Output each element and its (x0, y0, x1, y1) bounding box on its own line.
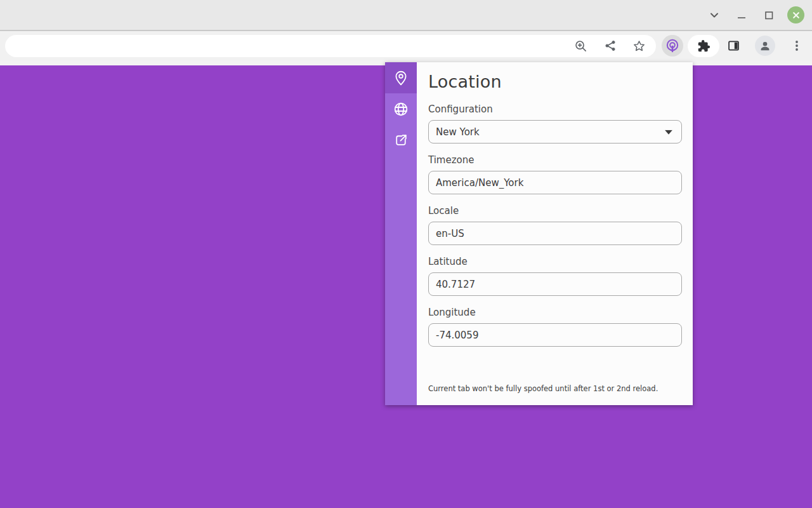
toolbar-right-group (727, 36, 803, 56)
zoom-in-icon (574, 39, 587, 53)
titlebar (0, 0, 812, 31)
window-minimize-button[interactable] (733, 6, 750, 23)
share-icon (604, 39, 617, 52)
configuration-label: Configuration (428, 104, 682, 115)
avatar-icon (758, 39, 772, 53)
close-icon (792, 11, 801, 20)
zoom-button[interactable] (574, 39, 587, 53)
popup-title: Location (428, 72, 682, 91)
popup-note: Current tab won't be fully spoofed until… (428, 384, 682, 393)
latitude-input[interactable] (428, 272, 682, 296)
sidebar-item-external-link[interactable] (385, 124, 417, 156)
longitude-label: Longitude (428, 307, 682, 318)
locale-label: Locale (428, 205, 682, 217)
vytal-extension-button[interactable] (662, 35, 683, 57)
sidebar-item-browser[interactable] (385, 93, 417, 124)
star-icon (632, 39, 646, 53)
external-link-icon (393, 132, 409, 148)
kebab-menu-icon (790, 39, 803, 52)
sidebar-item-location[interactable] (385, 62, 417, 93)
popup-main: Location Configuration New York Timezone… (417, 62, 693, 405)
address-bar[interactable] (5, 35, 656, 57)
browser-toolbar (0, 31, 812, 60)
window-close-button[interactable] (787, 6, 804, 23)
location-pin-icon (393, 70, 409, 86)
window-maximize-button[interactable] (760, 6, 777, 23)
puzzle-icon (697, 39, 710, 53)
timezone-label: Timezone (428, 154, 682, 166)
share-button[interactable] (603, 39, 617, 53)
popup-sidebar (385, 62, 417, 405)
vytal-extension-icon (665, 38, 680, 53)
locale-input[interactable] (428, 222, 682, 245)
timezone-input[interactable] (428, 171, 682, 194)
latitude-label: Latitude (428, 256, 682, 267)
extensions-menu-button[interactable] (688, 35, 719, 57)
extension-popup: Location Configuration New York Timezone… (385, 62, 693, 405)
bookmark-button[interactable] (632, 39, 646, 53)
browser-menu-button[interactable] (790, 39, 803, 53)
maximize-icon (763, 10, 775, 21)
globe-icon (393, 101, 409, 117)
configuration-selected-value: New York (436, 126, 480, 138)
chevron-down-icon (708, 9, 721, 22)
window-chevron-down-button[interactable] (705, 6, 723, 23)
side-panel-icon (727, 39, 740, 53)
longitude-input[interactable] (428, 323, 682, 347)
minimize-icon (736, 10, 747, 21)
configuration-select[interactable]: New York (428, 120, 682, 144)
side-panel-button[interactable] (727, 39, 740, 53)
profile-button[interactable] (755, 36, 775, 56)
select-caret-icon (665, 130, 672, 135)
